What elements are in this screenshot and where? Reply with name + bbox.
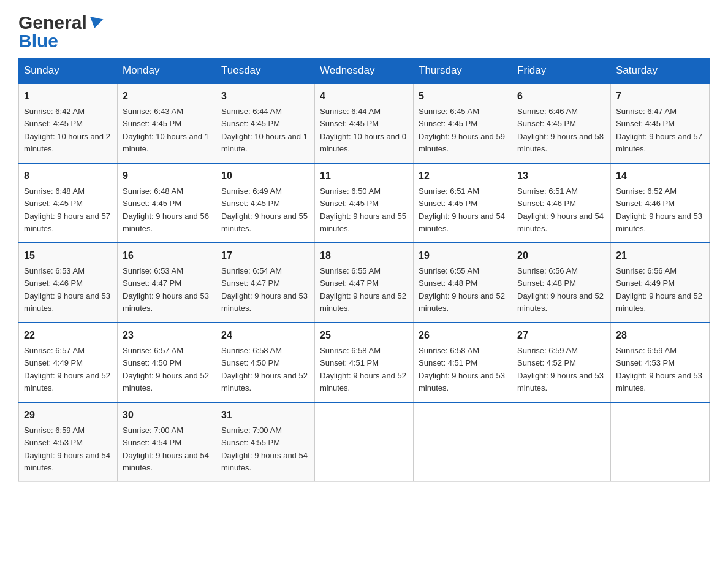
logo: General Blue: [18, 12, 104, 52]
day-number: 12: [419, 169, 507, 183]
calendar-week-row: 15 Sunrise: 6:53 AMSunset: 4:46 PMDaylig…: [19, 243, 710, 323]
day-number: 28: [616, 328, 704, 343]
calendar-cell: 29 Sunrise: 6:59 AMSunset: 4:53 PMDaylig…: [19, 402, 118, 482]
day-number: 2: [123, 89, 211, 104]
calendar-cell: [315, 402, 414, 482]
logo-triangle-icon: [88, 16, 103, 29]
day-info: Sunrise: 6:45 AMSunset: 4:45 PMDaylight:…: [419, 107, 505, 153]
calendar-cell: 7 Sunrise: 6:47 AMSunset: 4:45 PMDayligh…: [611, 83, 710, 163]
calendar-cell: 21 Sunrise: 6:56 AMSunset: 4:49 PMDaylig…: [611, 243, 710, 323]
calendar-cell: 3 Sunrise: 6:44 AMSunset: 4:45 PMDayligh…: [216, 83, 315, 163]
calendar-cell: 17 Sunrise: 6:54 AMSunset: 4:47 PMDaylig…: [216, 243, 315, 323]
day-info: Sunrise: 6:48 AMSunset: 4:45 PMDaylight:…: [24, 186, 110, 233]
day-info: Sunrise: 6:59 AMSunset: 4:53 PMDaylight:…: [24, 426, 110, 472]
day-info: Sunrise: 7:00 AMSunset: 4:55 PMDaylight:…: [221, 426, 308, 472]
day-of-week-header: Friday: [512, 58, 611, 84]
calendar-week-row: 22 Sunrise: 6:57 AMSunset: 4:49 PMDaylig…: [19, 323, 710, 402]
calendar-header-row: SundayMondayTuesdayWednesdayThursdayFrid…: [19, 58, 710, 84]
day-info: Sunrise: 6:44 AMSunset: 4:45 PMDaylight:…: [320, 107, 406, 153]
calendar-cell: 31 Sunrise: 7:00 AMSunset: 4:55 PMDaylig…: [216, 402, 315, 482]
calendar-cell: 2 Sunrise: 6:43 AMSunset: 4:45 PMDayligh…: [118, 83, 216, 163]
page-header: General Blue: [18, 12, 710, 52]
day-number: 18: [320, 248, 408, 263]
calendar-cell: 19 Sunrise: 6:55 AMSunset: 4:48 PMDaylig…: [414, 243, 512, 323]
calendar-week-row: 8 Sunrise: 6:48 AMSunset: 4:45 PMDayligh…: [19, 163, 710, 243]
day-of-week-header: Tuesday: [216, 58, 315, 84]
calendar-cell: 5 Sunrise: 6:45 AMSunset: 4:45 PMDayligh…: [414, 83, 512, 163]
day-info: Sunrise: 6:53 AMSunset: 4:47 PMDaylight:…: [123, 266, 209, 313]
day-number: 21: [616, 248, 704, 263]
calendar-cell: 30 Sunrise: 7:00 AMSunset: 4:54 PMDaylig…: [118, 402, 216, 482]
day-info: Sunrise: 6:54 AMSunset: 4:47 PMDaylight:…: [221, 266, 308, 313]
day-number: 15: [24, 248, 112, 263]
day-info: Sunrise: 6:55 AMSunset: 4:48 PMDaylight:…: [419, 266, 505, 313]
day-number: 24: [221, 328, 309, 343]
day-number: 1: [24, 89, 112, 104]
day-number: 3: [221, 89, 309, 104]
day-number: 31: [221, 408, 309, 423]
calendar-cell: 13 Sunrise: 6:51 AMSunset: 4:46 PMDaylig…: [512, 163, 611, 243]
day-number: 25: [320, 328, 408, 343]
calendar-cell: 14 Sunrise: 6:52 AMSunset: 4:46 PMDaylig…: [611, 163, 710, 243]
day-number: 16: [123, 248, 211, 263]
day-of-week-header: Wednesday: [315, 58, 414, 84]
day-number: 8: [24, 169, 112, 183]
calendar-cell: [414, 402, 512, 482]
calendar-cell: 4 Sunrise: 6:44 AMSunset: 4:45 PMDayligh…: [315, 83, 414, 163]
day-info: Sunrise: 6:56 AMSunset: 4:49 PMDaylight:…: [616, 266, 702, 313]
day-info: Sunrise: 6:51 AMSunset: 4:45 PMDaylight:…: [419, 186, 505, 233]
day-number: 9: [123, 169, 211, 183]
calendar-cell: [611, 402, 710, 482]
day-of-week-header: Saturday: [611, 58, 710, 84]
calendar-cell: 1 Sunrise: 6:42 AMSunset: 4:45 PMDayligh…: [19, 83, 118, 163]
day-info: Sunrise: 6:49 AMSunset: 4:45 PMDaylight:…: [221, 186, 308, 233]
day-number: 27: [517, 328, 605, 343]
day-number: 10: [221, 169, 309, 183]
day-info: Sunrise: 6:43 AMSunset: 4:45 PMDaylight:…: [123, 107, 209, 153]
day-info: Sunrise: 6:59 AMSunset: 4:52 PMDaylight:…: [517, 346, 604, 393]
calendar-cell: 23 Sunrise: 6:57 AMSunset: 4:50 PMDaylig…: [118, 323, 216, 402]
day-number: 4: [320, 89, 408, 104]
day-number: 11: [320, 169, 408, 183]
day-info: Sunrise: 7:00 AMSunset: 4:54 PMDaylight:…: [123, 426, 209, 472]
logo-row2: Blue: [18, 31, 58, 52]
day-info: Sunrise: 6:55 AMSunset: 4:47 PMDaylight:…: [320, 266, 406, 313]
calendar-cell: 26 Sunrise: 6:58 AMSunset: 4:51 PMDaylig…: [414, 323, 512, 402]
calendar-week-row: 1 Sunrise: 6:42 AMSunset: 4:45 PMDayligh…: [19, 83, 710, 163]
calendar-cell: 20 Sunrise: 6:56 AMSunset: 4:48 PMDaylig…: [512, 243, 611, 323]
day-info: Sunrise: 6:59 AMSunset: 4:53 PMDaylight:…: [616, 346, 702, 393]
day-info: Sunrise: 6:50 AMSunset: 4:45 PMDaylight:…: [320, 186, 406, 233]
calendar-cell: 10 Sunrise: 6:49 AMSunset: 4:45 PMDaylig…: [216, 163, 315, 243]
day-info: Sunrise: 6:46 AMSunset: 4:45 PMDaylight:…: [517, 107, 604, 153]
day-info: Sunrise: 6:57 AMSunset: 4:49 PMDaylight:…: [24, 346, 110, 393]
calendar-cell: 6 Sunrise: 6:46 AMSunset: 4:45 PMDayligh…: [512, 83, 611, 163]
day-number: 5: [419, 89, 507, 104]
day-number: 29: [24, 408, 112, 423]
day-info: Sunrise: 6:42 AMSunset: 4:45 PMDaylight:…: [24, 107, 110, 153]
calendar-cell: [512, 402, 611, 482]
day-of-week-header: Thursday: [414, 58, 512, 84]
day-number: 23: [123, 328, 211, 343]
logo-general-text: General: [18, 12, 87, 33]
calendar-cell: 16 Sunrise: 6:53 AMSunset: 4:47 PMDaylig…: [118, 243, 216, 323]
calendar-cell: 12 Sunrise: 6:51 AMSunset: 4:45 PMDaylig…: [414, 163, 512, 243]
calendar-table: SundayMondayTuesdayWednesdayThursdayFrid…: [18, 58, 710, 482]
day-info: Sunrise: 6:44 AMSunset: 4:45 PMDaylight:…: [221, 107, 308, 153]
day-info: Sunrise: 6:58 AMSunset: 4:50 PMDaylight:…: [221, 346, 308, 393]
day-number: 6: [517, 89, 605, 104]
logo-row1: General: [18, 12, 104, 33]
logo-blue-text: Blue: [18, 31, 58, 52]
day-info: Sunrise: 6:53 AMSunset: 4:46 PMDaylight:…: [24, 266, 110, 313]
day-info: Sunrise: 6:52 AMSunset: 4:46 PMDaylight:…: [616, 186, 702, 233]
day-number: 26: [419, 328, 507, 343]
day-info: Sunrise: 6:48 AMSunset: 4:45 PMDaylight:…: [123, 186, 209, 233]
calendar-cell: 24 Sunrise: 6:58 AMSunset: 4:50 PMDaylig…: [216, 323, 315, 402]
day-number: 30: [123, 408, 211, 423]
calendar-cell: 15 Sunrise: 6:53 AMSunset: 4:46 PMDaylig…: [19, 243, 118, 323]
calendar-week-row: 29 Sunrise: 6:59 AMSunset: 4:53 PMDaylig…: [19, 402, 710, 482]
day-number: 14: [616, 169, 704, 183]
day-info: Sunrise: 6:58 AMSunset: 4:51 PMDaylight:…: [320, 346, 406, 393]
day-number: 7: [616, 89, 704, 104]
day-number: 22: [24, 328, 112, 343]
day-number: 17: [221, 248, 309, 263]
